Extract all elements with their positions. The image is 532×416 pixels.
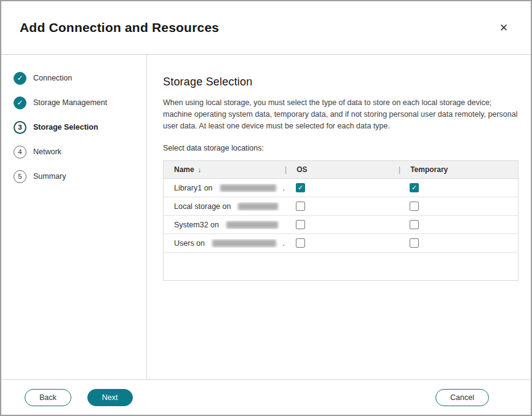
step-label: Storage Selection xyxy=(33,123,98,131)
wizard-step-storage-management[interactable]: Storage Management xyxy=(1,90,146,115)
storage-name: Users on. xyxy=(164,239,285,248)
check-icon xyxy=(14,72,26,85)
column-separator: | xyxy=(285,165,287,174)
table-row[interactable]: Library1 on. xyxy=(164,179,518,197)
close-button[interactable]: ✕ xyxy=(495,19,512,36)
step-number-badge: 5 xyxy=(14,170,26,183)
step-number-badge: 4 xyxy=(14,146,26,159)
wizard-step-connection[interactable]: Connection xyxy=(1,66,146,90)
next-button[interactable]: Next xyxy=(87,389,133,406)
wizard-step-storage-selection[interactable]: 3 Storage Selection xyxy=(1,115,146,139)
dialog-title: Add Connection and Resources xyxy=(20,20,219,35)
dialog-footer: Back Next Cancel xyxy=(1,379,531,415)
redacted-server-name xyxy=(212,240,276,247)
column-header-name[interactable]: Name ↓ xyxy=(164,165,285,174)
table-row[interactable]: Users on. xyxy=(164,234,518,253)
step-label: Connection xyxy=(33,74,72,82)
column-header-os: | OS xyxy=(285,165,399,174)
column-separator: | xyxy=(399,165,400,174)
redacted-server-name xyxy=(226,221,278,229)
step-label: Summary xyxy=(33,172,66,181)
temporary-checkbox[interactable] xyxy=(410,202,419,211)
storage-name: System32 on xyxy=(164,221,285,229)
os-checkbox[interactable] xyxy=(296,220,305,229)
dialog-header: Add Connection and Resources ✕ xyxy=(1,1,531,55)
step-label: Network xyxy=(33,147,62,156)
wizard-step-network[interactable]: 4 Network xyxy=(1,139,146,164)
storage-locations-table: Name ↓ | OS | Temporary Library1 o xyxy=(163,160,518,281)
table-row[interactable]: System32 on xyxy=(164,216,518,234)
table-row[interactable]: Local storage on xyxy=(164,197,518,216)
storage-name: Local storage on xyxy=(164,202,285,211)
wizard-step-summary[interactable]: 5 Summary xyxy=(1,164,146,189)
section-description: When using local storage, you must selec… xyxy=(163,97,518,131)
temporary-checkbox[interactable] xyxy=(410,220,419,229)
os-checkbox[interactable] xyxy=(296,183,305,192)
step-label: Storage Management xyxy=(33,98,107,107)
redacted-server-name xyxy=(220,184,276,192)
os-checkbox[interactable] xyxy=(296,202,305,211)
storage-name: Library1 on. xyxy=(164,184,285,192)
redacted-server-name xyxy=(238,203,278,210)
temporary-checkbox[interactable] xyxy=(410,238,419,248)
table-header-row: Name ↓ | OS | Temporary xyxy=(164,161,518,179)
storage-selection-panel: Storage Selection When using local stora… xyxy=(147,55,531,379)
temporary-checkbox[interactable] xyxy=(410,183,419,192)
back-button[interactable]: Back xyxy=(25,389,71,406)
section-title: Storage Selection xyxy=(163,76,518,88)
os-checkbox[interactable] xyxy=(296,238,305,248)
wizard-body: Connection Storage Management 3 Storage … xyxy=(1,55,531,379)
select-locations-label: Select data storage locations: xyxy=(163,144,518,152)
column-header-temporary: | Temporary xyxy=(399,165,518,174)
cancel-button[interactable]: Cancel xyxy=(435,389,489,406)
check-icon xyxy=(14,96,26,109)
add-connection-resources-dialog: Add Connection and Resources ✕ Connectio… xyxy=(0,0,532,416)
close-icon: ✕ xyxy=(499,22,508,34)
step-number-badge: 3 xyxy=(14,121,26,134)
sort-descending-icon: ↓ xyxy=(198,166,202,173)
wizard-steps-sidebar: Connection Storage Management 3 Storage … xyxy=(1,55,147,379)
